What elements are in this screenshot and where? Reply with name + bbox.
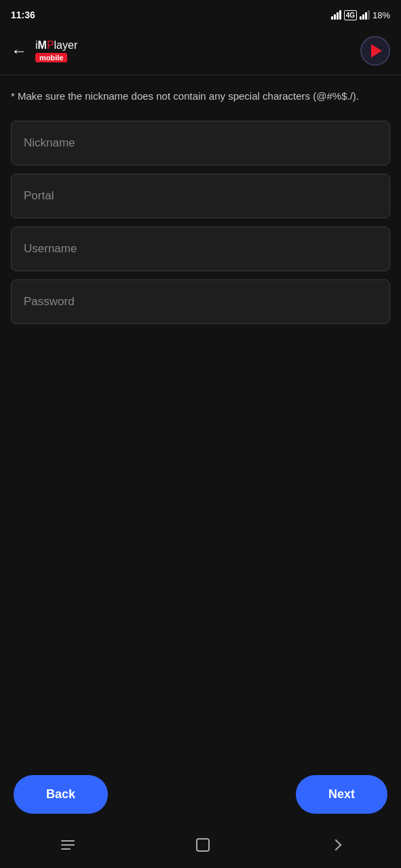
hint-text: * Make sure the nickname does not contai… bbox=[11, 89, 390, 104]
back-button[interactable]: Back bbox=[14, 775, 108, 814]
header: ← iMPlayer mobile bbox=[0, 27, 401, 75]
back-chevron-icon bbox=[330, 840, 342, 851]
app-logo: iMPlayer mobile bbox=[35, 39, 77, 62]
status-bar: 11:36 4G 18% bbox=[0, 0, 401, 27]
logo-m: M bbox=[38, 39, 47, 51]
logo-text: iMPlayer bbox=[35, 39, 77, 52]
4g-badge: 4G bbox=[344, 10, 357, 20]
signal-icon bbox=[331, 10, 341, 20]
next-button[interactable]: Next bbox=[296, 775, 387, 814]
portal-input[interactable] bbox=[11, 174, 390, 218]
bottom-nav-buttons: Back Next bbox=[0, 764, 401, 827]
play-icon bbox=[371, 44, 382, 58]
play-button[interactable] bbox=[360, 36, 390, 66]
battery-icon: 18% bbox=[373, 10, 390, 20]
nickname-input[interactable] bbox=[11, 121, 390, 165]
home-nav-button[interactable] bbox=[196, 838, 210, 852]
back-nav-button[interactable] bbox=[332, 841, 340, 849]
back-arrow-icon[interactable]: ← bbox=[11, 41, 27, 60]
logo-layer: layer bbox=[54, 39, 78, 51]
header-left: ← iMPlayer mobile bbox=[11, 39, 77, 62]
signal-icon-2 bbox=[360, 10, 370, 20]
status-time: 11:36 bbox=[11, 9, 35, 20]
logo-mobile-badge: mobile bbox=[35, 53, 67, 62]
recents-nav-button[interactable] bbox=[61, 840, 75, 850]
system-nav bbox=[0, 827, 401, 868]
status-icons: 4G 18% bbox=[331, 10, 390, 20]
username-input[interactable] bbox=[11, 226, 390, 271]
home-icon bbox=[196, 838, 210, 852]
recents-icon bbox=[61, 840, 75, 850]
password-input[interactable] bbox=[11, 279, 390, 324]
main-content: * Make sure the nickname does not contai… bbox=[0, 75, 401, 764]
logo-p: P bbox=[47, 39, 54, 51]
